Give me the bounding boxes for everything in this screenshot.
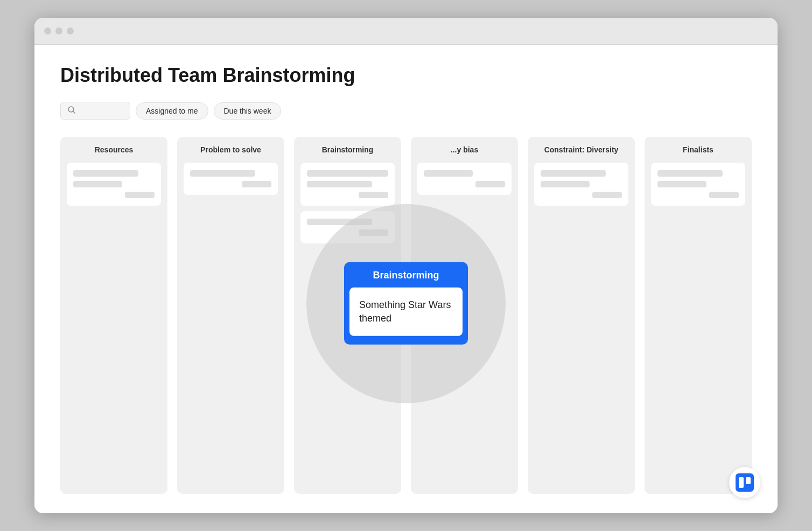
trello-icon — [736, 473, 754, 492]
traffic-light-minimize — [55, 27, 62, 34]
column-bias: ...y bias — [411, 137, 518, 494]
svg-line-1 — [73, 111, 75, 113]
card-footer — [424, 181, 505, 187]
card[interactable] — [300, 211, 395, 243]
column-header-constraint: Constraint: Diversity — [534, 145, 628, 154]
search-icon — [67, 106, 76, 116]
column-constraint: Constraint: Diversity — [528, 137, 635, 494]
trello-bar-left — [739, 477, 744, 488]
trello-icon-inner — [739, 477, 751, 488]
card-bar — [541, 170, 606, 177]
column-header-bias: ...y bias — [417, 145, 512, 154]
due-this-week-button[interactable]: Due this week — [214, 102, 282, 120]
traffic-light-close — [44, 27, 51, 34]
column-header-resources: Resources — [67, 145, 161, 154]
card-bar — [307, 181, 372, 187]
card-tag — [359, 229, 388, 236]
toolbar: Assigned to me Due this week — [60, 102, 752, 120]
card-bar — [424, 170, 473, 177]
browser-window: Distributed Team Brainstorming Assigned … — [34, 18, 778, 513]
card-bar — [541, 181, 590, 187]
card[interactable] — [300, 163, 395, 206]
trello-logo[interactable] — [729, 467, 760, 498]
card-bar — [307, 170, 388, 177]
card-tag — [592, 192, 622, 198]
column-resources: Resources — [60, 137, 167, 494]
traffic-light-maximize — [67, 27, 74, 34]
card[interactable] — [184, 163, 278, 195]
card-tag — [125, 192, 155, 198]
card[interactable] — [67, 163, 161, 206]
card-footer — [657, 192, 739, 198]
assigned-to-me-button[interactable]: Assigned to me — [136, 102, 208, 120]
card-bar — [657, 170, 723, 177]
card[interactable] — [651, 163, 745, 206]
card-bar — [190, 170, 255, 177]
card[interactable] — [417, 163, 512, 195]
card-tag — [359, 192, 388, 198]
card-footer — [541, 192, 622, 198]
card-tag — [475, 181, 505, 187]
card-tag — [709, 192, 739, 198]
card-footer — [307, 192, 388, 198]
card-bar — [73, 170, 138, 177]
page-title: Distributed Team Brainstorming — [60, 64, 752, 87]
search-box[interactable] — [60, 102, 130, 120]
card-bar — [657, 181, 706, 187]
card-footer — [73, 192, 155, 198]
column-header-problem: Problem to solve — [184, 145, 278, 154]
browser-titlebar — [34, 18, 778, 45]
browser-content: Distributed Team Brainstorming Assigned … — [34, 45, 778, 513]
card[interactable] — [534, 163, 628, 206]
card-bar — [307, 219, 372, 225]
column-problem: Problem to solve — [177, 137, 284, 494]
column-header-finalists: Finalists — [651, 145, 745, 154]
column-brainstorming: Brainstorming — [294, 137, 401, 494]
column-finalists: Finalists — [645, 137, 752, 494]
board-container: Resources Problem to solve — [60, 137, 752, 494]
card-tag — [242, 181, 271, 187]
card-footer — [307, 229, 388, 236]
card-bar — [73, 181, 122, 187]
trello-bar-right — [746, 477, 751, 484]
column-header-brainstorming: Brainstorming — [300, 145, 395, 154]
card-footer — [190, 181, 271, 187]
